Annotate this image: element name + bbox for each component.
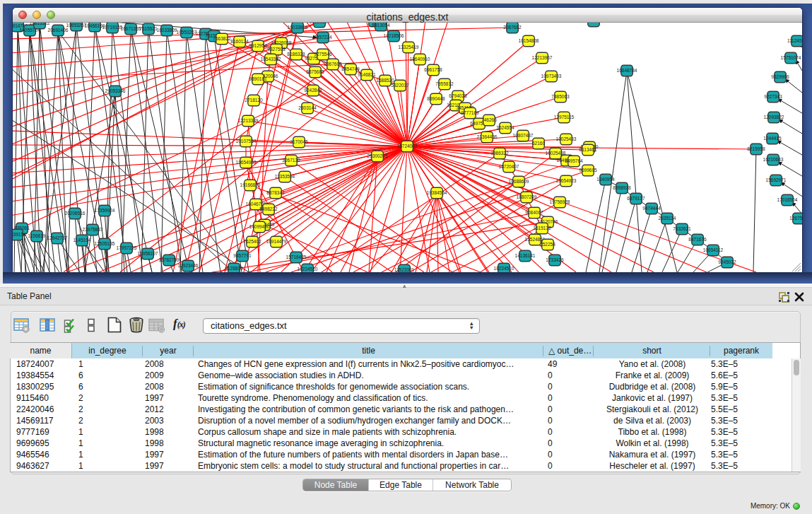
svg-text:8471676: 8471676 xyxy=(688,237,707,242)
svg-text:16543382: 16543382 xyxy=(261,57,281,62)
svg-text:10688609: 10688609 xyxy=(509,179,529,184)
svg-text:16914479: 16914479 xyxy=(266,239,287,244)
svg-text:1145194: 1145194 xyxy=(73,238,91,243)
svg-text:18224510: 18224510 xyxy=(494,266,514,271)
svg-text:16648784: 16648784 xyxy=(617,68,637,73)
svg-text:8958928: 8958928 xyxy=(613,185,631,190)
svg-text:19654923: 19654923 xyxy=(556,178,577,183)
svg-text:14099490: 14099490 xyxy=(249,224,270,229)
svg-text:19166825: 19166825 xyxy=(240,182,261,187)
svg-text:7625402: 7625402 xyxy=(243,239,261,244)
svg-text:8813054: 8813054 xyxy=(372,23,390,28)
svg-text:2803144: 2803144 xyxy=(298,105,317,110)
svg-text:19218506: 19218506 xyxy=(384,33,404,38)
svg-text:10719155: 10719155 xyxy=(102,25,123,30)
svg-text:9084067: 9084067 xyxy=(525,210,543,215)
svg-text:18640910: 18640910 xyxy=(410,57,430,62)
svg-text:9128800: 9128800 xyxy=(225,266,243,271)
svg-text:6961758: 6961758 xyxy=(424,67,442,72)
svg-text:9275546: 9275546 xyxy=(314,52,332,57)
svg-text:18724007: 18724007 xyxy=(397,144,418,148)
svg-text:13325419: 13325419 xyxy=(399,45,419,49)
svg-text:11353594: 11353594 xyxy=(275,174,295,179)
svg-text:18807249: 18807249 xyxy=(517,194,537,199)
svg-text:1156819: 1156819 xyxy=(28,233,46,238)
svg-text:16671355: 16671355 xyxy=(121,26,141,31)
svg-text:16033809: 16033809 xyxy=(288,25,308,30)
svg-text:23975887: 23975887 xyxy=(83,227,103,232)
svg-text:12505135: 12505135 xyxy=(95,241,115,246)
svg-text:10553267: 10553267 xyxy=(177,30,197,35)
svg-text:2935114: 2935114 xyxy=(659,216,676,221)
svg-text:746266: 746266 xyxy=(481,117,497,122)
svg-text:19384554: 19384554 xyxy=(427,190,447,195)
svg-text:16815522: 16815522 xyxy=(30,23,50,25)
svg-text:12093822: 12093822 xyxy=(764,115,784,119)
svg-text:2718120: 2718120 xyxy=(245,98,263,103)
svg-text:9327503: 9327503 xyxy=(267,47,286,52)
svg-text:12213967: 12213967 xyxy=(532,55,553,60)
svg-text:6794028: 6794028 xyxy=(449,93,467,98)
svg-text:62160: 62160 xyxy=(532,141,545,146)
svg-text:8160124: 8160124 xyxy=(230,39,249,44)
svg-text:10958107: 10958107 xyxy=(138,251,158,256)
svg-text:29053346: 29053346 xyxy=(105,88,126,93)
svg-text:1615132: 1615132 xyxy=(533,226,551,230)
svg-text:252254: 252254 xyxy=(540,242,555,247)
svg-text:6879137: 6879137 xyxy=(627,196,645,201)
svg-text:3170045: 3170045 xyxy=(290,139,308,144)
svg-text:12923446: 12923446 xyxy=(178,263,199,268)
svg-text:25300203: 25300203 xyxy=(367,153,388,158)
svg-text:16210643: 16210643 xyxy=(763,157,784,162)
svg-text:16154808: 16154808 xyxy=(519,38,539,43)
svg-text:12975115: 12975115 xyxy=(554,115,575,119)
svg-text:3624554: 3624554 xyxy=(496,125,514,130)
svg-text:10653267: 10653267 xyxy=(66,23,87,28)
svg-text:14136141: 14136141 xyxy=(515,253,536,258)
svg-text:1588520: 1588520 xyxy=(376,78,394,83)
svg-text:11523301: 11523301 xyxy=(394,267,415,272)
svg-text:10807487: 10807487 xyxy=(513,133,534,138)
svg-text:8186328: 8186328 xyxy=(287,52,305,57)
svg-text:7986322: 7986322 xyxy=(490,151,509,156)
svg-text:7485063: 7485063 xyxy=(551,94,570,99)
svg-text:15716485: 15716485 xyxy=(286,255,307,259)
svg-text:10025433: 10025433 xyxy=(556,136,577,141)
svg-text:20206516: 20206516 xyxy=(65,211,86,216)
svg-text:8813054: 8813054 xyxy=(584,23,603,23)
svg-text:8912954: 8912954 xyxy=(249,43,267,48)
svg-text:9227343: 9227343 xyxy=(764,94,782,99)
svg-text:5875685: 5875685 xyxy=(306,69,324,74)
svg-text:9699695: 9699695 xyxy=(579,168,597,173)
svg-text:8215958: 8215958 xyxy=(747,146,765,151)
svg-text:2087682: 2087682 xyxy=(503,25,522,30)
svg-text:17016504: 17016504 xyxy=(777,197,798,202)
svg-text:17359924: 17359924 xyxy=(95,208,115,213)
svg-text:21364436: 21364436 xyxy=(477,134,498,139)
svg-text:10973493: 10973493 xyxy=(541,74,562,78)
svg-text:9890161: 9890161 xyxy=(249,76,267,81)
svg-text:1939154: 1939154 xyxy=(13,232,26,237)
svg-text:5498222: 5498222 xyxy=(259,206,278,211)
svg-text:15720407: 15720407 xyxy=(499,164,519,169)
svg-text:8113461: 8113461 xyxy=(579,147,597,152)
svg-text:7857224: 7857224 xyxy=(314,35,332,40)
svg-text:5322037: 5322037 xyxy=(391,83,409,88)
svg-text:19756928: 19756928 xyxy=(550,199,570,204)
svg-text:7515521: 7515521 xyxy=(139,26,158,31)
svg-text:15692971: 15692971 xyxy=(766,177,787,182)
svg-text:8454749: 8454749 xyxy=(341,66,360,71)
svg-text:7632621: 7632621 xyxy=(673,226,691,231)
svg-text:9245032: 9245032 xyxy=(718,259,736,264)
svg-text:10654112: 10654112 xyxy=(703,247,724,252)
svg-text:7955812: 7955812 xyxy=(435,81,454,86)
svg-text:10224510: 10224510 xyxy=(298,267,318,271)
svg-text:9474444: 9474444 xyxy=(642,206,661,211)
svg-text:7663822: 7663822 xyxy=(213,36,231,41)
svg-text:3267130: 3267130 xyxy=(282,158,300,163)
svg-text:1640954: 1640954 xyxy=(596,177,615,182)
svg-text:1733426: 1733426 xyxy=(546,257,564,262)
svg-text:9777169: 9777169 xyxy=(461,110,479,115)
svg-text:8990448: 8990448 xyxy=(427,96,445,101)
svg-text:9329966: 9329966 xyxy=(771,74,789,79)
